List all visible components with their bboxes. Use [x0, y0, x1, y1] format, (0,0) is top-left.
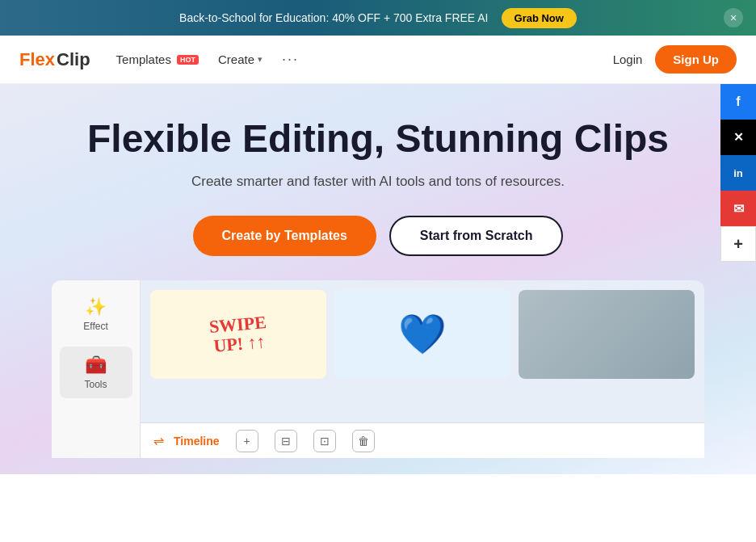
preview-card-abstract — [519, 290, 695, 379]
nav-right: Login Sign Up — [613, 45, 737, 74]
more-share-button[interactable]: + — [720, 226, 756, 262]
logo-clip-text: Clip — [57, 49, 90, 70]
nav-create-label: Create — [218, 53, 254, 66]
timeline-delete-button[interactable]: 🗑 — [352, 430, 375, 452]
timeline-icon: ⇌ — [153, 433, 164, 448]
effect-icon: ✨ — [85, 296, 107, 317]
navbar: FlexClip Templates HOT Create ▾ ··· Logi… — [0, 36, 756, 84]
nav-links: Templates HOT Create ▾ ··· — [116, 51, 587, 68]
grab-now-button[interactable]: Grab Now — [502, 8, 577, 28]
email-icon: ✉ — [733, 201, 744, 216]
preview-area: ✨ Effect 🧰 Tools SWIPEUP! ↑↑ 💙 ⇌ Timelin… — [52, 280, 704, 458]
sidebar-effect-label: Effect — [83, 321, 107, 332]
banner-text: Back-to-School for Education: 40% OFF + … — [179, 11, 488, 24]
hero-subtitle: Create smarter and faster with AI tools … — [19, 174, 737, 190]
twitter-share-button[interactable]: ✕ — [720, 120, 756, 155]
nav-templates-label: Templates — [116, 53, 171, 66]
heart-icon: 💙 — [398, 312, 447, 357]
linkedin-share-button[interactable]: in — [720, 155, 756, 191]
logo[interactable]: FlexClip — [19, 49, 90, 70]
banner-close-button[interactable]: × — [724, 8, 743, 27]
signup-button[interactable]: Sign Up — [655, 45, 737, 74]
timeline-split-button[interactable]: ⊟ — [275, 430, 297, 452]
nav-templates[interactable]: Templates HOT — [116, 53, 199, 66]
preview-card-swipe: SWIPEUP! ↑↑ — [150, 290, 326, 379]
create-by-templates-button[interactable]: Create by Templates — [193, 216, 376, 256]
twitter-x-icon: ✕ — [733, 130, 744, 145]
swipe-up-text: SWIPEUP! ↑↑ — [208, 313, 269, 356]
hero-section: Flexible Editing, Stunning Clips Create … — [0, 84, 756, 474]
hero-title: Flexible Editing, Stunning Clips — [19, 116, 737, 161]
sidebar-item-tools[interactable]: 🧰 Tools — [60, 347, 132, 398]
logo-flex-text: Flex — [19, 49, 55, 70]
login-button[interactable]: Login — [613, 53, 643, 66]
linkedin-icon: in — [733, 167, 743, 179]
preview-card-heart: 💙 — [334, 290, 510, 379]
sidebar-tools-label: Tools — [84, 379, 107, 390]
timeline-bar: ⇌ Timeline + ⊟ ⊡ 🗑 — [141, 422, 704, 458]
preview-sidebar: ✨ Effect 🧰 Tools — [52, 280, 141, 458]
timeline-copy-button[interactable]: ⊡ — [313, 430, 336, 452]
social-sidebar: f ✕ in ✉ + — [720, 84, 756, 262]
email-share-button[interactable]: ✉ — [720, 191, 756, 226]
tools-icon: 🧰 — [85, 355, 107, 376]
facebook-share-button[interactable]: f — [720, 84, 756, 120]
nav-more[interactable]: ··· — [282, 51, 299, 68]
top-banner: Back-to-School for Education: 40% OFF + … — [0, 0, 756, 36]
chevron-down-icon: ▾ — [258, 54, 262, 65]
hot-badge: HOT — [177, 55, 199, 65]
facebook-icon: f — [736, 95, 740, 109]
start-from-scratch-button[interactable]: Start from Scratch — [389, 216, 564, 256]
nav-create[interactable]: Create ▾ — [218, 53, 262, 66]
plus-icon: + — [733, 235, 743, 254]
sidebar-item-effect[interactable]: ✨ Effect — [60, 288, 132, 340]
hero-buttons: Create by Templates Start from Scratch — [19, 216, 737, 256]
timeline-label: Timeline — [174, 435, 220, 447]
timeline-add-button[interactable]: + — [236, 430, 258, 452]
